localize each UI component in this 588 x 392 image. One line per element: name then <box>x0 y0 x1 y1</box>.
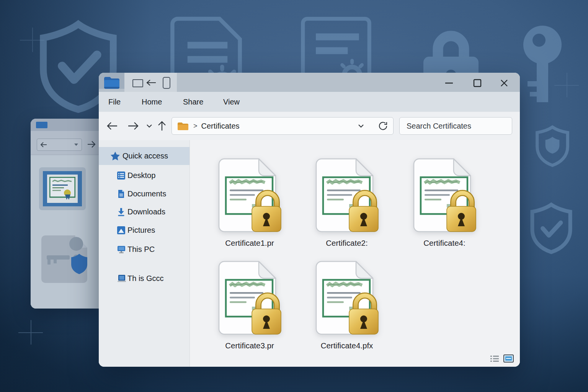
breadcrumb-location[interactable]: Certificates <box>201 122 240 131</box>
menu-bar: File Home Share View <box>99 92 520 112</box>
sidebar-item-label: Downloads <box>127 203 165 221</box>
refresh-icon[interactable] <box>379 121 388 131</box>
blue-folder-icon <box>103 76 120 89</box>
background-window <box>31 119 102 309</box>
back-button[interactable] <box>107 112 118 140</box>
menu-file[interactable]: File <box>108 92 121 112</box>
laptop-icon <box>117 274 127 283</box>
phone-outline-icon[interactable] <box>163 77 170 89</box>
file-certificate2[interactable]: Certificate2: <box>303 157 391 248</box>
shield-check-icon <box>528 202 575 256</box>
key-shield-file-icon <box>40 234 94 284</box>
up-button[interactable] <box>158 112 166 140</box>
sidebar-item-label: Quick access <box>122 147 168 165</box>
details-view-icon[interactable] <box>490 355 499 362</box>
large-icons-view-icon[interactable] <box>503 354 514 363</box>
menu-home[interactable]: Home <box>142 92 162 112</box>
sidebar-item-this-gccc[interactable]: Th is Gccc <box>99 269 189 287</box>
document-icon <box>117 189 126 198</box>
view-toggle-group <box>490 354 514 363</box>
sidebar-item-quick-access[interactable]: Quick access <box>99 147 189 165</box>
titlebar[interactable] <box>99 73 520 92</box>
folder-icon <box>177 122 189 131</box>
file-list-area[interactable]: Certificate1.pr <box>190 140 520 367</box>
minimize-button[interactable] <box>444 78 454 88</box>
background-window-content <box>31 155 102 309</box>
back-arrow-icon <box>40 142 47 147</box>
breadcrumb-separator: > <box>193 122 198 130</box>
file-name[interactable]: Certificate2: <box>303 238 391 248</box>
pictures-icon <box>117 226 126 235</box>
certificate-lock-file-icon <box>314 157 380 233</box>
certificate-lock-file-icon <box>217 260 283 336</box>
file-certificate4-pfx[interactable]: Certificate4.pfx <box>303 260 391 350</box>
search-input[interactable] <box>405 122 510 131</box>
this-pc-icon <box>117 245 126 254</box>
back-arrow-icon[interactable] <box>146 80 156 86</box>
sidebar-item-label: Desktop <box>127 166 155 185</box>
certificate-lock-file-icon <box>412 157 477 233</box>
sidebar-item-label: Documents <box>127 185 166 203</box>
plus-mark <box>18 320 43 345</box>
sidebar-item-label: Pictures <box>127 221 155 239</box>
file-name[interactable]: Certificate4: <box>400 238 488 248</box>
address-bar[interactable]: > Certificates <box>172 117 394 135</box>
sidebar-item-label: Th is Gccc <box>127 269 163 287</box>
file-explorer-window: File Home Share View > Certificates <box>99 73 520 367</box>
sidebar-item-pictures[interactable]: Pictures <box>99 221 189 239</box>
menu-share[interactable]: Share <box>183 92 203 112</box>
close-button[interactable] <box>499 78 510 88</box>
file-certificate4a[interactable]: Certificate4: <box>400 157 488 248</box>
file-certificate3[interactable]: Certificate3.pr <box>206 260 294 350</box>
file-name[interactable]: Certificate3.pr <box>206 341 294 350</box>
chevron-down-icon[interactable] <box>358 124 364 128</box>
blue-folder-icon <box>36 122 47 128</box>
menu-view[interactable]: View <box>223 92 240 112</box>
sidebar-item-desktop[interactable]: Desktop <box>99 166 189 185</box>
file-name[interactable]: Certificate1.pr <box>206 238 294 248</box>
certificate-seal-icon <box>39 167 86 210</box>
shield-badge-icon <box>533 125 572 171</box>
window-body: Quick access Desktop Documents <box>99 140 520 367</box>
download-icon <box>117 207 126 216</box>
sidebar-item-documents[interactable]: Documents <box>99 185 189 203</box>
file-name[interactable]: Certificate4.pfx <box>303 341 391 350</box>
history-chevron-button[interactable] <box>146 112 152 140</box>
certificate-lock-file-icon <box>314 260 380 336</box>
navigation-toolbar: > Certificates <box>99 112 520 140</box>
desktop-icon <box>117 171 126 180</box>
forward-arrow-icon <box>87 141 96 148</box>
dropdown-triangle-icon <box>74 143 78 146</box>
search-box <box>399 117 512 135</box>
sidebar-item-this-pc[interactable]: This PC <box>99 240 189 258</box>
sidebar-item-label: This PC <box>127 240 155 258</box>
sidebar: Quick access Desktop Documents <box>99 140 190 367</box>
titlebar-tab[interactable] <box>124 73 177 92</box>
star-icon <box>110 151 120 161</box>
sidebar-item-downloads[interactable]: Downloads <box>99 203 189 221</box>
certificate-lock-file-icon <box>217 157 283 233</box>
restore-square-icon[interactable] <box>132 79 143 87</box>
key-icon <box>514 24 571 106</box>
file-certificate1[interactable]: Certificate1.pr <box>206 157 294 248</box>
background-address-box <box>37 139 82 151</box>
forward-button[interactable] <box>128 112 139 140</box>
maximize-button[interactable] <box>472 78 483 88</box>
